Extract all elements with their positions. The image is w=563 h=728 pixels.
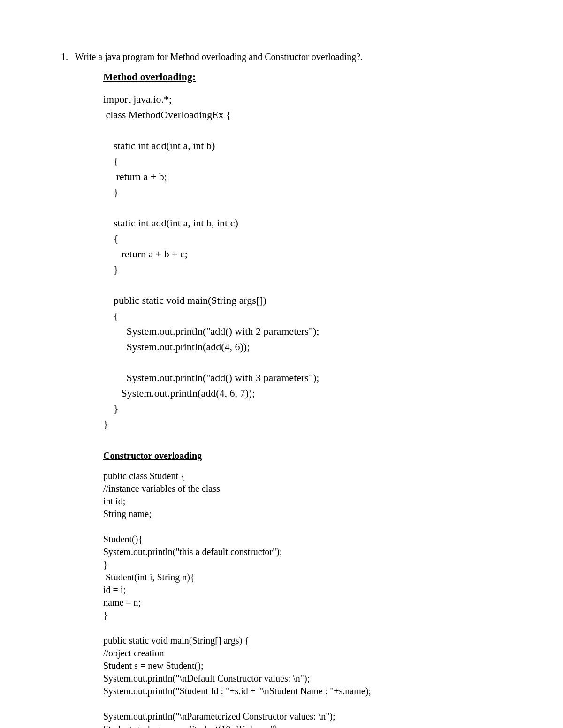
method-overloading-code: import java.io.*; class MethodOverloadin… xyxy=(103,91,502,432)
document-page: 1. Write a java program for Method overl… xyxy=(0,0,563,728)
question-number: 1. xyxy=(61,52,68,62)
constructor-overloading-code: public class Student { //instance variab… xyxy=(103,470,502,728)
method-overloading-heading: Method overloading: xyxy=(103,71,502,83)
question-text: Write a java program for Method overload… xyxy=(75,52,363,62)
question-line: 1. Write a java program for Method overl… xyxy=(61,52,502,62)
constructor-overloading-heading: Constructor overloading xyxy=(103,450,502,461)
